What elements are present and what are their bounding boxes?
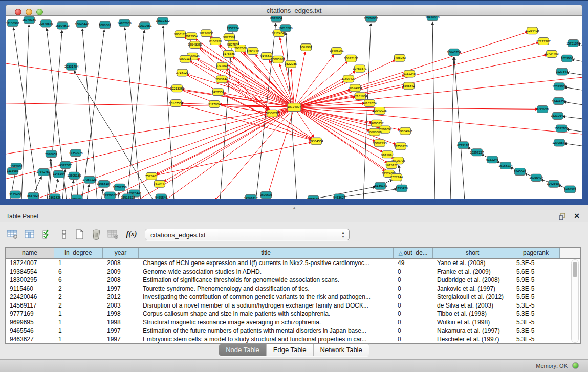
graph-node[interactable]: 18416018 <box>425 16 440 21</box>
graph-node[interactable]: 8215958 <box>536 106 549 113</box>
graph-node[interactable]: 16162874 <box>362 100 377 107</box>
graph-node[interactable]: 16648784 <box>447 49 461 56</box>
graph-node[interactable]: 8186328 <box>209 38 222 45</box>
graph-node[interactable]: 12161064 <box>353 93 367 100</box>
table-row[interactable]: 946554611997Estimation of the future num… <box>6 326 580 335</box>
graph-node[interactable]: 16496291 <box>330 47 344 54</box>
column-header-short[interactable]: short <box>433 248 512 258</box>
graph-node[interactable]: 10674954 <box>348 84 362 92</box>
graph-node[interactable]: 17342757 <box>36 168 51 176</box>
graph-node[interactable]: 9465546 <box>155 194 168 199</box>
graph-node[interactable]: 9242848 <box>216 62 229 70</box>
graph-node[interactable]: 2967608 <box>234 45 247 52</box>
graph-node[interactable]: 7525401 <box>145 172 158 180</box>
panel-resize-handle-icon[interactable]: ▴ <box>292 206 297 209</box>
graph-node[interactable]: 12213383 <box>170 85 184 92</box>
graph-node[interactable]: 7496329 <box>564 186 577 193</box>
graph-node[interactable]: 3175685 <box>223 50 235 57</box>
graph-node[interactable]: 9115460 <box>9 191 21 198</box>
graph-node[interactable]: 9886301 <box>99 21 112 29</box>
graph-node[interactable]: 1615132 <box>385 162 398 169</box>
graph-node[interactable]: 9397587 <box>59 162 72 169</box>
graph-node[interactable]: 9329966 <box>561 55 574 62</box>
delete-table-icon[interactable] <box>106 228 120 241</box>
column-visibility-icon[interactable] <box>23 228 36 241</box>
graph-node[interactable]: 13505135 <box>67 172 81 179</box>
graph-node[interactable]: 1115683 <box>7 168 19 175</box>
graph-node[interactable]: 9463627 <box>333 194 346 199</box>
graph-node[interactable]: 9152246 <box>486 156 499 163</box>
graph-node[interactable]: 9699695 <box>260 191 273 199</box>
graph-node[interactable]: 6779197 <box>457 142 470 149</box>
graph-node[interactable]: 16510332 <box>156 17 170 25</box>
graph-node[interactable]: 8454749 <box>247 47 259 54</box>
graph-node[interactable]: 12700571 <box>552 139 567 146</box>
graph-node[interactable]: 12425601 <box>547 180 561 187</box>
graph-node[interactable]: 8637024 <box>27 192 40 199</box>
graph-node[interactable]: 19218586 <box>278 25 293 32</box>
graph-node[interactable]: 8813054 <box>270 16 283 22</box>
graph-hub-node[interactable]: 18724007 <box>287 103 301 112</box>
tab-edge-table[interactable]: Edge Table <box>267 344 314 356</box>
graph-node[interactable]: 7957224 <box>227 25 239 32</box>
table-row[interactable]: 969969511998Structural magnetic resonanc… <box>6 318 580 327</box>
tab-node-table[interactable]: Node Table <box>219 344 267 356</box>
graph-node[interactable]: 15885203 <box>271 56 285 63</box>
row-options-icon[interactable] <box>57 228 71 241</box>
graph-node[interactable]: 10688609 <box>367 128 382 136</box>
graph-node[interactable]: 9361826 <box>49 194 61 199</box>
graph-node[interactable]: 15136141 <box>373 182 387 189</box>
graph-node[interactable]: 11254408 <box>525 27 539 34</box>
graph-node[interactable]: 2522744 <box>390 173 403 181</box>
graph-node[interactable]: 8427552 <box>212 89 225 96</box>
close-panel-icon[interactable]: ✕ <box>573 212 581 220</box>
graph-node[interactable]: 17957223 <box>82 176 97 183</box>
graph-node[interactable]: 9860123 <box>174 31 187 38</box>
graph-node[interactable]: 2020659 <box>45 150 58 158</box>
graph-node[interactable]: 7583702 <box>71 195 83 199</box>
graph-node[interactable]: 18226058 <box>199 30 213 37</box>
graph-node[interactable]: 20576862 <box>364 16 378 22</box>
table-row[interactable]: 1872400712008Changes of HCN gene express… <box>6 259 580 268</box>
table-row[interactable]: 2242004622012Investigating the contribut… <box>6 293 580 301</box>
graph-node[interactable]: 9777169 <box>307 195 320 199</box>
panel-divider[interactable]: ▴ <box>0 205 588 210</box>
graph-node[interactable]: 16782759 <box>113 184 127 191</box>
graph-node[interactable]: 8912954 <box>185 33 198 40</box>
column-header-pagerank[interactable]: pagerank <box>512 248 560 258</box>
graph-node[interactable]: 11339032 <box>103 192 117 199</box>
table-mode-icon[interactable] <box>6 228 19 241</box>
new-column-icon[interactable] <box>73 228 86 241</box>
graph-node[interactable]: 16210643 <box>551 112 565 119</box>
graph-node[interactable]: 15978189 <box>22 16 36 24</box>
column-header-in_degree[interactable]: in_degree <box>54 248 103 258</box>
graph-node[interactable]: 18300295 <box>265 110 279 117</box>
graph-node[interactable]: 14702039 <box>117 19 132 27</box>
graph-node[interactable]: 8595842 <box>403 82 416 90</box>
network-canvas[interactable]: 9860123891295418226058818632898275099827… <box>6 16 582 199</box>
graph-node[interactable]: 14569117 <box>244 194 258 199</box>
graph-node[interactable]: 18046446 <box>75 20 89 28</box>
graph-node[interactable]: 16168214 <box>498 162 513 169</box>
graph-node[interactable]: 19384554 <box>309 138 323 145</box>
graph-node[interactable]: 20878576 <box>39 20 53 27</box>
graph-node[interactable]: 12444158 <box>552 98 566 105</box>
graph-node[interactable]: 7619447 <box>154 180 166 187</box>
graph-node[interactable]: 9890118 <box>179 55 191 62</box>
graph-node[interactable]: 16915523 <box>121 194 135 199</box>
graph-node[interactable]: 1733426 <box>396 185 408 192</box>
restore-panel-icon[interactable] <box>558 212 567 221</box>
table-scrollbar[interactable] <box>571 259 579 343</box>
table-row[interactable]: 1830029562008Estimation of significance … <box>6 276 580 285</box>
graph-node[interactable]: 9322035 <box>285 60 297 68</box>
table-row[interactable]: 911546021997Tourette syndrome. Phenomeno… <box>6 285 580 293</box>
graph-node[interactable]: 9827509 <box>223 34 236 41</box>
scrollbar-thumb[interactable] <box>573 262 577 277</box>
graph-node[interactable]: 19756928 <box>394 143 408 150</box>
graph-node[interactable]: 9684067 <box>381 151 394 158</box>
graph-node[interactable]: 16958107 <box>97 180 111 187</box>
table-row[interactable]: 946362711997Embryonic stem cells: a mode… <box>6 335 580 344</box>
graph-node[interactable]: 18807293 <box>373 140 387 147</box>
graph-node[interactable]: 9117004 <box>208 101 221 108</box>
graph-node[interactable]: 7485083 <box>394 54 406 61</box>
